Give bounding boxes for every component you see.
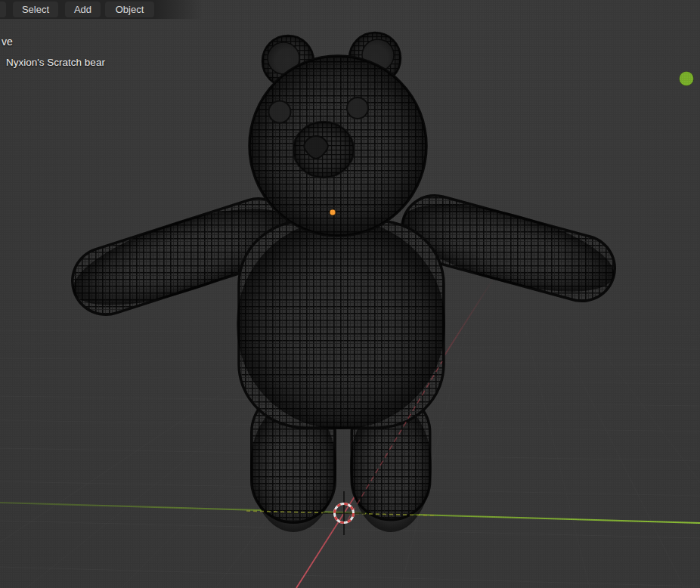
menu-button-select[interactable]: Select <box>13 2 58 17</box>
bear-left-eye <box>269 101 291 123</box>
object-origin-dot[interactable] <box>330 209 336 215</box>
bear-right-eye <box>347 97 368 119</box>
menu-button-clipped[interactable] <box>0 2 6 17</box>
menu-button-add[interactable]: Add <box>65 2 101 17</box>
menu-button-object[interactable]: Object <box>105 2 154 17</box>
teddy-bear-object[interactable] <box>63 32 623 532</box>
viewport-canvas[interactable] <box>0 0 700 588</box>
3d-viewport[interactable]: Select Add Object ve Nyxion's Scratch be… <box>0 0 700 588</box>
light-object-dot[interactable] <box>680 72 694 86</box>
viewport-header: Select Add Object <box>0 0 700 19</box>
bear-torso-shade <box>237 219 445 429</box>
